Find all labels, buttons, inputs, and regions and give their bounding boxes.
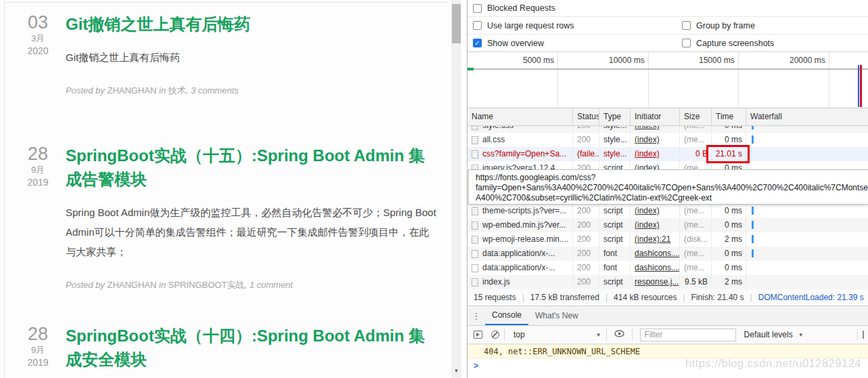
request-initiator-link[interactable]: (index) <box>631 147 680 161</box>
request-size: (me... <box>680 261 712 275</box>
request-time: 0 ms <box>712 247 746 261</box>
blocked-requests-checkbox[interactable]: Blocked Requests <box>473 3 555 13</box>
waterfall-bar <box>752 126 754 129</box>
use-large-rows-checkbox[interactable]: Use large request rows <box>473 21 574 30</box>
post-author[interactable]: ZHANGHAN <box>107 280 156 290</box>
checkbox-icon[interactable] <box>682 39 691 47</box>
column-header-waterfall[interactable]: Waterfall <box>746 108 868 125</box>
checkbox-checked-icon[interactable]: ✓ <box>473 39 482 47</box>
console-filter-input[interactable] <box>640 329 736 341</box>
tab-console[interactable]: Console <box>485 306 528 325</box>
post-comments[interactable]: , 1 comment <box>244 280 293 290</box>
network-overview[interactable]: 5000 ms 10000 ms 15000 ms 20000 ms <box>467 52 868 108</box>
checkbox-icon[interactable] <box>473 21 482 30</box>
toolbar-divider <box>857 329 858 340</box>
post-category[interactable]: 技术 <box>168 85 186 96</box>
console-sidebar-toggle-icon[interactable] <box>474 331 482 339</box>
checkbox-label: Capture screenshots <box>696 39 774 48</box>
request-size: (me... <box>680 126 712 133</box>
column-header-name[interactable]: Name <box>467 108 573 125</box>
request-time: 2 ms <box>712 275 746 289</box>
request-initiator-link[interactable]: (index):21 <box>631 232 680 247</box>
blog-scrollbar[interactable]: ▼ <box>451 0 461 378</box>
waterfall-bar <box>752 249 754 257</box>
waterfall-cell <box>746 204 868 218</box>
request-initiator-link[interactable]: response.j... <box>631 275 680 289</box>
request-initiator-link[interactable]: (index) <box>631 204 680 218</box>
posted-by-label: Posted by <box>66 280 107 290</box>
console-warning-message[interactable]: 404, net::ERR_UNKNOWN_URL_SCHEME <box>467 344 868 358</box>
group-by-frame-checkbox[interactable]: Group by frame <box>682 21 755 30</box>
clear-console-icon[interactable] <box>491 331 499 339</box>
chevron-down-icon: ▼ <box>798 332 804 338</box>
network-request-row[interactable]: wp-emoji-release.min.... 200 script (ind… <box>467 232 868 247</box>
column-header-size[interactable]: Size <box>680 108 712 125</box>
request-size: (me... <box>680 247 712 261</box>
toolbar-divider <box>632 329 633 340</box>
network-request-row[interactable]: all.css 200 style... (index) (me... 0 ms <box>467 133 868 147</box>
request-initiator-link[interactable]: dashicons.... <box>631 247 680 261</box>
waterfall-cell <box>746 275 868 289</box>
network-request-row[interactable]: style.css 200 style... (index) (me... 0 … <box>467 126 868 133</box>
log-levels-dropdown[interactable]: Default levels ▼ <box>744 330 804 339</box>
network-request-row[interactable]: wp-embed.min.js?ver... 200 script (index… <box>467 218 868 232</box>
show-overview-checkbox[interactable]: ✓ Show overview <box>473 39 544 48</box>
posted-by-label: Posted by <box>66 85 107 96</box>
console-toolbar: top ▼ Default levels ▼ <box>467 326 868 344</box>
ruler-divider <box>557 52 558 108</box>
network-request-row[interactable]: theme-scripts.js?ver=... 200 script (ind… <box>467 204 868 218</box>
request-status: 200 <box>573 275 599 289</box>
waterfall-bar <box>752 135 754 144</box>
column-header-initiator[interactable]: Initiator <box>631 108 680 125</box>
column-header-time[interactable]: Time <box>712 108 746 125</box>
blog-scrollbar-thumb[interactable] <box>452 4 461 43</box>
tab-whats-new[interactable]: What's New <box>528 306 585 325</box>
checkbox-icon[interactable] <box>682 21 691 30</box>
request-size: (me... <box>680 204 712 218</box>
post-category[interactable]: SPRINGBOOT实战 <box>168 280 245 290</box>
ruler-divider <box>648 52 649 108</box>
summary-resources: 414 kB resources <box>608 293 683 302</box>
file-icon <box>472 126 478 130</box>
column-header-type[interactable]: Type <box>599 108 631 125</box>
post-title-link[interactable]: SpringBoot实战（十五）:Spring Boot Admin 集成告警模… <box>66 144 437 191</box>
request-type: style... <box>599 133 631 147</box>
settings-icon[interactable] <box>863 331 868 339</box>
file-icon <box>472 278 478 287</box>
file-icon <box>472 150 478 159</box>
network-request-row[interactable]: data:application/x-... 200 font dashicon… <box>467 247 868 261</box>
post-day: 03 <box>24 12 51 33</box>
scroll-down-arrow-icon[interactable]: ▼ <box>451 366 461 376</box>
column-header-status[interactable]: Status <box>573 108 599 125</box>
javascript-context-dropdown[interactable]: top ▼ <box>509 330 601 339</box>
more-options-icon[interactable]: ⋮ <box>467 311 485 321</box>
request-initiator-link[interactable]: (index) <box>631 133 680 147</box>
dcl-event-line <box>858 65 859 107</box>
post-author[interactable]: ZHANGHAN <box>107 85 156 96</box>
create-live-expression-icon[interactable] <box>614 330 624 339</box>
tooltip-line: A400%2C700&subset=cyrillic%2Clatin%2Clat… <box>476 193 868 203</box>
request-status: 200 <box>573 232 599 247</box>
request-name: wp-emoji-release.min.... <box>482 232 568 247</box>
file-icon <box>472 136 478 144</box>
request-initiator-link[interactable]: dashicons.... <box>631 261 680 275</box>
request-status: 200 <box>573 126 599 133</box>
post-title-link[interactable]: Git撤销之世上真有后悔药 <box>66 12 437 36</box>
request-name: data:application/x-... <box>482 261 555 275</box>
request-name: style.css <box>482 126 513 133</box>
request-name: wp-embed.min.js?ver... <box>482 218 566 232</box>
network-request-row[interactable]: data:application/x-... 200 font dashicon… <box>467 261 868 275</box>
drawer-tab-bar: ⋮ Console What's New <box>467 306 868 326</box>
network-request-row[interactable]: index.js 200 script response.j... 9.5 kB… <box>467 275 868 289</box>
post-title-link[interactable]: SpringBoot实战（十四）:Spring Boot Admin 集成安全模… <box>66 324 437 371</box>
waterfall-bar <box>752 221 754 229</box>
post-comments[interactable]: , 3 comments <box>186 85 239 96</box>
request-initiator-link[interactable]: (index) <box>631 218 680 232</box>
in-label: in <box>156 280 168 290</box>
checkbox-icon[interactable] <box>473 4 482 13</box>
request-type: script <box>599 275 631 289</box>
capture-screenshots-checkbox[interactable]: Capture screenshots <box>682 39 774 48</box>
network-request-row-failed[interactable]: css?family=Open+Sa... (faile... style...… <box>467 147 868 161</box>
request-initiator-link[interactable]: (index) <box>631 126 680 133</box>
waterfall-bar <box>752 207 754 215</box>
